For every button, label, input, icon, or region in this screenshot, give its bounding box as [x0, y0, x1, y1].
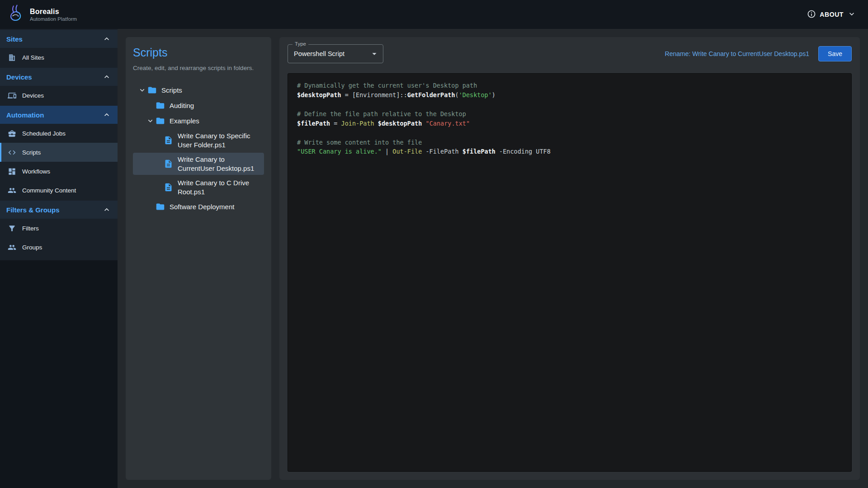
nav-item-label: Workflows: [22, 168, 50, 175]
section-label: Filters & Groups: [6, 206, 60, 214]
section-label: Automation: [6, 111, 44, 119]
app-root: Borealis Automation Platform ABOUT Sites…: [0, 0, 868, 488]
nav-item-label: All Sites: [22, 54, 44, 61]
people-icon: [8, 186, 16, 195]
dropdown-arrow-icon: [369, 49, 379, 59]
tree-folder-examples[interactable]: Examples: [133, 114, 264, 128]
brand-name: Borealis: [30, 8, 77, 16]
type-select-value: Powershell Script: [294, 50, 369, 57]
top-bar: Borealis Automation Platform ABOUT: [0, 0, 868, 29]
sidebar-item-workflows[interactable]: Workflows: [0, 162, 118, 181]
brand-subtitle: Automation Platform: [30, 16, 77, 22]
borealis-logo: [6, 4, 25, 25]
tree-folder-software-deployment[interactable]: Software Deployment: [133, 200, 264, 214]
folder-icon: [147, 85, 157, 95]
folder-icon: [156, 116, 165, 126]
code-line: # Define the file path relative to the D…: [297, 109, 842, 119]
expand-chevron-icon[interactable]: [137, 86, 147, 94]
briefcase-icon: [8, 129, 16, 138]
dashboard-icon: [8, 167, 16, 176]
tree-file-write-canary-to-specific-user-folder-ps1[interactable]: Write Canary to Specific User Folder.ps1: [133, 129, 264, 151]
sidebar-item-devices[interactable]: Devices: [0, 86, 118, 105]
code-icon: [8, 148, 16, 157]
nav-item-label: Groups: [22, 244, 42, 251]
sidebar-section-automation[interactable]: Automation: [0, 106, 118, 124]
scripts-tree: ScriptsAuditingExamplesWrite Canary to S…: [133, 83, 264, 214]
code-line: [297, 128, 842, 138]
sidebar-section-filters-groups[interactable]: Filters & Groups: [0, 201, 118, 219]
info-icon: [807, 9, 816, 20]
scripts-panel: Scripts Create, edit, and rearrange scri…: [126, 37, 271, 480]
nav-item-label: Community Content: [22, 187, 76, 194]
tree-file-write-canary-to-c-drive-root-ps1[interactable]: Write Canary to C Drive Root.ps1: [133, 176, 264, 198]
chevron-up-icon: [102, 34, 111, 43]
code-line: $filePath = Join-Path $desktopPath "Cana…: [297, 119, 842, 128]
script-type-select[interactable]: Type Powershell Script: [288, 44, 383, 63]
toolbar-right: Rename: Write Canary to CurrentUser Desk…: [665, 46, 852, 61]
funnel-icon: [8, 224, 16, 233]
content-area: Scripts Create, edit, and rearrange scri…: [118, 29, 868, 488]
about-menu[interactable]: ABOUT: [807, 9, 856, 20]
section-label: Sites: [6, 35, 23, 43]
tree-item-label: Write Canary to Specific User Folder.ps1: [178, 131, 260, 149]
people-icon: [8, 243, 16, 252]
body-row: SitesAll SitesDevicesDevicesAutomationSc…: [0, 29, 868, 488]
tree-item-label: Write Canary to C Drive Root.ps1: [178, 178, 260, 196]
code-line: [297, 100, 842, 109]
building-icon: [8, 53, 16, 62]
code-line: "USER Canary is alive." | Out-File -File…: [297, 147, 842, 156]
nav-item-label: Scripts: [22, 149, 41, 156]
type-select-label: Type: [292, 41, 308, 47]
sidebar-sections: SitesAll SitesDevicesDevicesAutomationSc…: [0, 29, 118, 260]
sidebar-item-all-sites[interactable]: All Sites: [0, 48, 118, 67]
chevron-down-icon: [847, 9, 856, 20]
save-button[interactable]: Save: [818, 46, 852, 61]
brand-text: Borealis Automation Platform: [30, 8, 77, 22]
tree-file-write-canary-to-currentuser-desktop-ps1[interactable]: Write Canary to CurrentUser Desktop.ps1: [133, 153, 264, 175]
scripts-panel-subtitle: Create, edit, and rearrange scripts in f…: [133, 65, 264, 71]
tree-item-label: Scripts: [161, 86, 260, 95]
sidebar-section-sites[interactable]: Sites: [0, 30, 118, 48]
tree-folder-scripts[interactable]: Scripts: [133, 83, 264, 97]
tree-item-label: Examples: [170, 117, 260, 126]
folder-icon: [156, 202, 165, 211]
section-label: Devices: [6, 73, 32, 81]
sidebar: SitesAll SitesDevicesDevicesAutomationSc…: [0, 29, 118, 488]
nav-item-label: Scheduled Jobs: [22, 130, 66, 137]
tree-item-label: Write Canary to CurrentUser Desktop.ps1: [178, 155, 260, 173]
sidebar-item-filters[interactable]: Filters: [0, 219, 118, 238]
file-icon: [164, 136, 174, 145]
nav-item-label: Filters: [22, 225, 39, 232]
sidebar-item-scheduled-jobs[interactable]: Scheduled Jobs: [0, 124, 118, 143]
file-icon: [164, 159, 174, 169]
folder-icon: [156, 101, 165, 110]
sidebar-item-scripts[interactable]: Scripts: [0, 143, 118, 162]
editor-toolbar: Type Powershell Script Rename: Write Can…: [288, 44, 852, 63]
code-line: $desktopPath = [Environment]::GetFolderP…: [297, 90, 842, 100]
chevron-up-icon: [102, 72, 111, 81]
about-label: ABOUT: [820, 11, 844, 18]
chevron-up-icon: [102, 110, 111, 119]
expand-chevron-icon[interactable]: [145, 117, 156, 125]
file-icon: [164, 183, 174, 192]
scripts-panel-title: Scripts: [133, 46, 264, 59]
nav-item-label: Devices: [22, 92, 44, 99]
tree-item-label: Auditing: [170, 101, 260, 110]
sidebar-section-devices[interactable]: Devices: [0, 68, 118, 86]
editor-panel: Type Powershell Script Rename: Write Can…: [279, 37, 860, 480]
code-editor[interactable]: # Dynamically get the current user's Des…: [288, 73, 852, 472]
sidebar-item-community-content[interactable]: Community Content: [0, 181, 118, 200]
devices-icon: [8, 91, 16, 100]
sidebar-item-groups[interactable]: Groups: [0, 238, 118, 257]
tree-item-label: Software Deployment: [170, 202, 260, 211]
code-line: # Dynamically get the current user's Des…: [297, 81, 842, 90]
tree-folder-auditing[interactable]: Auditing: [133, 99, 264, 113]
chevron-up-icon: [102, 205, 111, 214]
rename-link[interactable]: Rename: Write Canary to CurrentUser Desk…: [665, 50, 810, 57]
brand: Borealis Automation Platform: [6, 4, 77, 25]
code-line: # Write some content into the file: [297, 138, 842, 147]
